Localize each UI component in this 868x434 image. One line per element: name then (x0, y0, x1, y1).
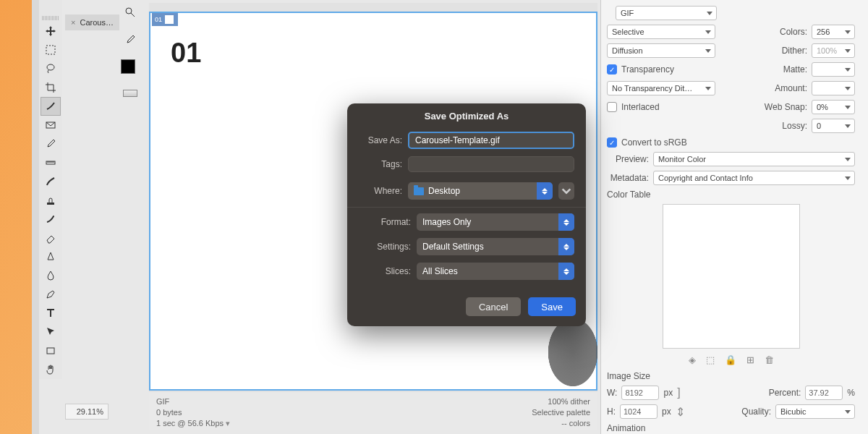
svg-point-1 (47, 64, 54, 70)
eraser-tool-icon[interactable] (41, 229, 61, 247)
svg-point-7 (126, 8, 132, 14)
cancel-button[interactable]: Cancel (466, 297, 521, 316)
type-tool-icon[interactable] (41, 304, 61, 323)
quality-label: Quality: (741, 407, 771, 417)
height-input[interactable]: 1024 (620, 404, 658, 419)
settings-select[interactable]: Default Settings (417, 238, 574, 255)
svg-rect-0 (46, 46, 55, 54)
percent-label: Percent: (769, 388, 801, 398)
lossy-select[interactable]: 0 (812, 119, 855, 133)
footer-palette: Selective palette (532, 407, 590, 418)
document-tab-name: Carous… (80, 18, 113, 27)
drop-tool-icon[interactable] (41, 266, 61, 285)
width-input[interactable]: 8192 (621, 386, 659, 400)
close-tab-icon[interactable]: × (71, 18, 75, 27)
save-button[interactable]: Save (528, 297, 576, 316)
preview-tools (116, 0, 145, 97)
color-swatch[interactable] (121, 59, 140, 78)
svg-rect-8 (165, 15, 174, 24)
link2-icon[interactable]: ⇕ (676, 405, 685, 419)
zoom-level[interactable]: 29.11% (65, 404, 109, 420)
sharpen-tool-icon[interactable] (41, 247, 61, 266)
footer-dither: 100% dither (532, 396, 590, 407)
color-table-tools: ◈ ⬚ 🔒 ⊞ 🗑 (607, 354, 855, 365)
amount-label: Amount: (775, 83, 807, 93)
srgb-label: Convert to sRGB (621, 137, 687, 148)
ct-snap-icon[interactable]: ◈ (689, 354, 696, 365)
slice-badge[interactable]: 01 (152, 13, 178, 26)
eyedropper-tool-icon[interactable] (41, 135, 61, 153)
canvas-content-text: 01 (171, 38, 201, 69)
lossy-label: Lossy: (782, 121, 807, 131)
interlaced-checkbox[interactable] (607, 102, 617, 112)
transparency-label: Transparency (621, 64, 674, 75)
percent-input[interactable]: 37.92 (805, 386, 843, 400)
where-label: Where: (359, 186, 402, 196)
preview-label: Preview: (607, 154, 649, 164)
window-edge (32, 0, 39, 434)
document-tab[interactable]: × Carous… (65, 14, 119, 30)
stamp-tool-icon[interactable] (41, 191, 61, 210)
blur-tool-icon[interactable] (41, 97, 61, 116)
interlaced-label: Interlaced (621, 102, 660, 112)
footer-timing: 1 sec @ 56.6 Kbps (156, 419, 224, 427)
save-as-input[interactable]: Carousel-Template.gif (408, 132, 574, 149)
h-label: H: (607, 407, 616, 417)
pen-tool-icon[interactable] (41, 285, 61, 304)
history-brush-tool-icon[interactable] (41, 210, 61, 229)
ct-cube-icon[interactable]: ⬚ (706, 354, 715, 365)
metadata-select[interactable]: Copyright and Contact Info (653, 171, 855, 185)
ruler-tool-icon[interactable] (41, 153, 61, 172)
eyedropper-icon[interactable] (122, 32, 138, 48)
websnap-select[interactable]: 0% (812, 100, 855, 114)
ct-lock-icon[interactable]: 🔒 (725, 354, 736, 365)
magnify-icon[interactable] (122, 4, 138, 20)
move-tool-icon[interactable] (41, 22, 61, 41)
matte-label: Matte: (783, 64, 807, 75)
envelope-tool-icon[interactable] (41, 116, 61, 135)
link-icon[interactable]: ] (677, 386, 680, 399)
format-select-dialog[interactable]: Images Only (417, 213, 574, 231)
srgb-checkbox[interactable]: ✓ (607, 137, 617, 148)
amount-select[interactable] (812, 81, 855, 95)
expand-button[interactable] (558, 182, 574, 200)
svg-rect-4 (47, 203, 54, 205)
hand-tool-icon[interactable] (41, 360, 61, 379)
ct-trash-icon[interactable]: 🗑 (765, 354, 774, 365)
dither-pct-select[interactable]: 100% (812, 43, 855, 58)
format-label: Format: (359, 217, 411, 227)
tools-panel (39, 0, 62, 379)
transparency-checkbox[interactable]: ✓ (607, 64, 617, 75)
dither-select[interactable]: Diffusion (607, 43, 715, 58)
path-select-tool-icon[interactable] (41, 323, 61, 341)
preview-footer: GIF 0 bytes 1 sec @ 56.6 Kbps ▾ 100% dit… (149, 392, 597, 430)
trans-dither-select[interactable]: No Transparency Dit… (607, 81, 715, 95)
lasso-tool-icon[interactable] (41, 59, 61, 78)
ct-new-icon[interactable]: ⊞ (746, 354, 754, 365)
websnap-label: Web Snap: (765, 102, 807, 112)
format-select[interactable]: GIF (616, 6, 717, 20)
save-optimized-dialog: Save Optimized As Save As: Carousel-Temp… (347, 103, 586, 326)
matte-select[interactable] (812, 62, 855, 77)
preview-select[interactable]: Monitor Color (653, 152, 855, 166)
slice-swatch-icon[interactable] (123, 90, 137, 97)
footer-bytes: 0 bytes (156, 407, 230, 418)
crop-tool-icon[interactable] (41, 78, 61, 97)
colors-select[interactable]: 256 (812, 25, 855, 39)
quality-select[interactable]: Bicubic (775, 404, 855, 419)
rectangle-tool-icon[interactable] (41, 341, 61, 360)
footer-colors: -- colors (532, 418, 590, 429)
image-size-heading: Image Size (607, 371, 855, 381)
footer-format: GIF (156, 396, 230, 407)
animation-heading: Animation (607, 423, 855, 433)
marquee-tool-icon[interactable] (41, 41, 61, 59)
w-label: W: (607, 388, 617, 398)
color-table (663, 204, 800, 349)
color-reduction-select[interactable]: Selective (607, 25, 715, 39)
slices-select[interactable]: All Slices (417, 263, 574, 280)
tags-input[interactable] (408, 156, 574, 172)
folder-icon (414, 187, 424, 195)
brush-tool-icon[interactable] (41, 172, 61, 191)
where-select[interactable]: Desktop (408, 182, 553, 200)
svg-rect-6 (47, 348, 54, 354)
